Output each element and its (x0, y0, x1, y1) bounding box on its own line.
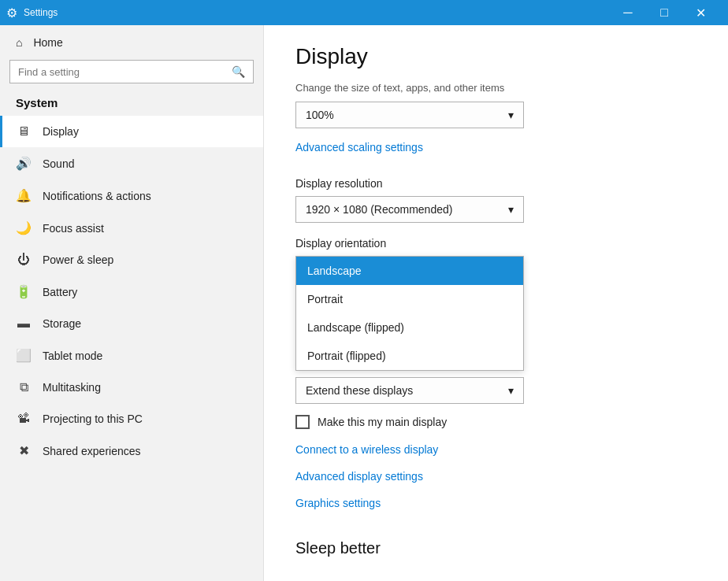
sidebar-item-home[interactable]: ⌂ Home (0, 25, 263, 60)
orientation-option-landscape-flipped[interactable]: Landscape (flipped) (296, 313, 523, 342)
orientation-option-portrait[interactable]: Portrait (296, 285, 523, 313)
sidebar-item-label-projecting: Projecting to this PC (43, 413, 143, 425)
sidebar-item-tablet[interactable]: ⬜ Tablet mode (0, 339, 263, 372)
sidebar-item-label-multitasking: Multitasking (43, 381, 101, 394)
main-display-checkbox-row[interactable]: Make this my main display (295, 415, 696, 429)
page-title: Display (295, 44, 696, 69)
resolution-chevron: ▾ (508, 203, 514, 216)
home-icon: ⌂ (16, 36, 22, 49)
sidebar-item-battery[interactable]: 🔋 Battery (0, 276, 263, 308)
search-icon: 🔍 (232, 65, 245, 78)
sidebar-item-label-shared: Shared experiences (43, 445, 141, 457)
sidebar-item-label-notifications: Notifications & actions (43, 190, 151, 202)
multi-display-value: Extend these displays (306, 384, 413, 397)
search-input[interactable] (18, 66, 232, 78)
advanced-scaling-link[interactable]: Advanced scaling settings (295, 141, 423, 154)
sidebar-item-power[interactable]: ⏻ Power & sleep (0, 244, 263, 276)
scaling-dropdown[interactable]: 100% ▾ (295, 102, 524, 128)
sidebar-item-label-power: Power & sleep (43, 253, 113, 266)
sound-icon: 🔊 (16, 156, 32, 171)
display-icon: 🖥 (16, 124, 32, 139)
scaling-value: 100% (306, 109, 334, 121)
title-bar-title: Settings (24, 7, 58, 18)
resolution-value: 1920 × 1080 (Recommended) (306, 203, 452, 216)
size-subtitle: Change the size of text, apps, and other… (295, 82, 696, 94)
graphics-settings-link[interactable]: Graphics settings (295, 497, 381, 509)
sidebar-item-label-tablet: Tablet mode (43, 350, 102, 362)
storage-icon: ▬ (16, 316, 32, 331)
title-bar-controls: ─ □ ✕ (610, 0, 719, 25)
advanced-display-link[interactable]: Advanced display settings (295, 470, 423, 483)
multi-display-chevron: ▾ (508, 384, 514, 397)
close-button[interactable]: ✕ (682, 0, 719, 25)
sleep-section-title: Sleep better (295, 539, 696, 557)
orientation-option-portrait-flipped[interactable]: Portrait (flipped) (296, 342, 523, 370)
resolution-dropdown[interactable]: 1920 × 1080 (Recommended) ▾ (295, 196, 524, 223)
sidebar-item-label-display: Display (43, 125, 79, 138)
orientation-dropdown-open: LandscapePortraitLandscape (flipped)Port… (295, 256, 524, 371)
minimize-button[interactable]: ─ (610, 0, 646, 25)
app-body: ⌂ Home 🔍 System 🖥 Display 🔊 Sound 🔔 Noti… (0, 25, 728, 581)
orientation-options: LandscapePortraitLandscape (flipped)Port… (296, 257, 523, 370)
sidebar-item-label-storage: Storage (43, 317, 81, 330)
main-display-label: Make this my main display (318, 416, 447, 428)
projecting-icon: 📽 (16, 412, 32, 426)
connect-wireless-link[interactable]: Connect to a wireless display (295, 443, 438, 456)
battery-icon: 🔋 (16, 284, 32, 299)
orientation-option-landscape[interactable]: Landscape (296, 257, 523, 285)
sidebar-item-sound[interactable]: 🔊 Sound (0, 147, 263, 179)
multiple-displays-dropdown[interactable]: Extend these displays ▾ (295, 377, 524, 404)
settings-icon: ⚙ (6, 6, 17, 20)
sidebar-search[interactable]: 🔍 (9, 60, 254, 83)
sidebar-item-label-battery: Battery (43, 286, 77, 298)
sidebar-item-focus[interactable]: 🌙 Focus assist (0, 212, 263, 244)
shared-icon: ✖ (16, 443, 32, 458)
sidebar-home-label: Home (33, 36, 62, 49)
power-icon: ⏻ (16, 253, 32, 267)
maximize-button[interactable]: □ (646, 0, 682, 25)
notifications-icon: 🔔 (16, 188, 32, 203)
nav-items: 🖥 Display 🔊 Sound 🔔 Notifications & acti… (0, 116, 263, 467)
resolution-label: Display resolution (295, 177, 696, 190)
sidebar-item-projecting[interactable]: 📽 Projecting to this PC (0, 403, 263, 435)
scaling-chevron: ▾ (508, 109, 514, 121)
title-bar: ⚙ Settings ─ □ ✕ (0, 0, 728, 25)
tablet-icon: ⬜ (16, 348, 32, 363)
orientation-label: Display orientation (295, 237, 696, 250)
sidebar-item-notifications[interactable]: 🔔 Notifications & actions (0, 179, 263, 212)
sidebar: ⌂ Home 🔍 System 🖥 Display 🔊 Sound 🔔 Noti… (0, 25, 264, 581)
sidebar-item-label-focus: Focus assist (43, 222, 104, 235)
multitasking-icon: ⧉ (16, 380, 32, 394)
title-bar-left: ⚙ Settings (6, 6, 58, 20)
sidebar-item-storage[interactable]: ▬ Storage (0, 308, 263, 339)
sidebar-item-multitasking[interactable]: ⧉ Multitasking (0, 372, 263, 403)
sidebar-item-display[interactable]: 🖥 Display (0, 116, 263, 147)
system-label: System (0, 93, 263, 116)
sidebar-item-label-sound: Sound (43, 157, 74, 170)
focus-icon: 🌙 (16, 220, 32, 235)
sidebar-item-shared[interactable]: ✖ Shared experiences (0, 435, 263, 467)
main-display-checkbox[interactable] (295, 415, 310, 429)
content-area: Display Change the size of text, apps, a… (264, 25, 728, 581)
